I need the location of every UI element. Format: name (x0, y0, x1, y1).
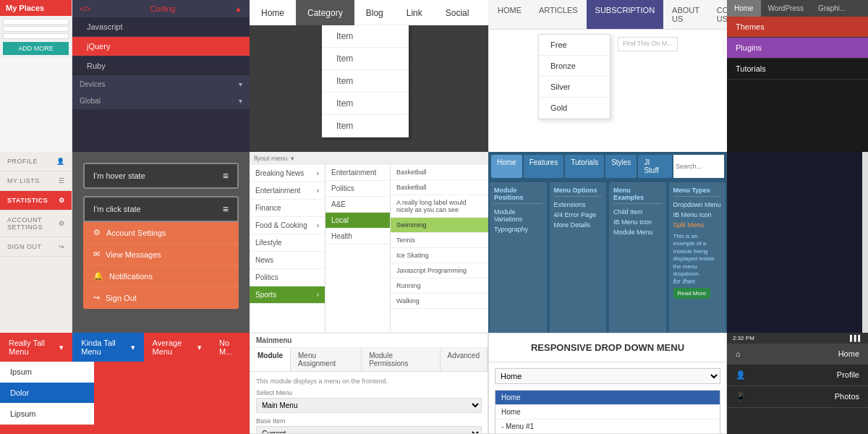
mobile-nav-photos[interactable]: 📱 Photos (727, 386, 868, 408)
tail-nav-average[interactable]: Average Menu (144, 333, 211, 362)
sub-nav-articles[interactable]: ARTICLES (530, 0, 587, 29)
mega-col3-item-swimming[interactable]: Swimming (391, 218, 488, 233)
tail-lipsum[interactable]: Lipsum (0, 404, 94, 425)
mega-col3-item[interactable]: Running (391, 278, 488, 294)
sub-silver[interactable]: Silver (539, 77, 610, 98)
myplaces-add-button[interactable]: ADD MORE (3, 42, 69, 55)
tail-ipsum[interactable]: Ipsum (0, 362, 94, 383)
mega-col3-item[interactable]: Tennis (391, 233, 488, 248)
mega-col2-item[interactable]: A&E (326, 197, 390, 213)
joomla-search-input[interactable] (673, 155, 724, 178)
select-menu-select[interactable]: Main Menu (256, 398, 482, 413)
nav-dropdown-item[interactable]: Item (322, 93, 409, 115)
hover-menu-signout[interactable]: Sign Out (83, 287, 239, 309)
module-tab-assignment[interactable]: Menu Assignment (291, 348, 362, 371)
hover-menu-messages[interactable]: View Messages (83, 244, 239, 265)
profile-item-signout[interactable]: SIGN OUT ↪ (0, 237, 72, 257)
module-tab-module[interactable]: Module (250, 348, 291, 371)
nav-dropdown-item[interactable]: Item (322, 25, 409, 48)
mega-col1-item[interactable]: Lifestyle (250, 234, 325, 252)
resp-select[interactable]: Home (495, 368, 720, 384)
joomla-col2-item[interactable]: 4/4 Error Page (554, 210, 603, 220)
mega-col2-item[interactable]: Entertainment (326, 165, 390, 181)
sub-nav-home[interactable]: HOME (489, 0, 530, 29)
tail-nav-really-tall[interactable]: Really Tall Menu (0, 333, 72, 362)
resp-list-item-menu1[interactable]: - Menu #1 (495, 420, 720, 434)
mega-col3-item[interactable]: Ice Skating (391, 248, 488, 263)
joomla-nav-home[interactable]: Home (491, 155, 522, 178)
mega-col3-item[interactable]: Walking (391, 294, 488, 309)
wp-tutorials[interactable]: Tutorials (727, 59, 868, 80)
mega-col3-item-long[interactable]: A really long label would nicely as you … (391, 195, 488, 218)
joomla-col4-item[interactable]: Dropdown Menu (673, 200, 722, 210)
mega-col1-item[interactable]: Finance (250, 200, 325, 217)
mega-col1-item[interactable]: Politics (250, 269, 325, 286)
joomla-nav-styles[interactable]: Styles (605, 155, 637, 178)
tail-nav-no[interactable]: No M... (210, 333, 250, 362)
mobile-nav-home[interactable]: ⌂ Home (727, 344, 868, 365)
nav-dropdown-item[interactable]: Item (322, 48, 409, 70)
wp-themes[interactable]: Themes (727, 17, 868, 38)
wp-nav-home[interactable]: Home (727, 0, 761, 17)
resp-list-item-home-selected[interactable]: Home (495, 391, 720, 405)
joomla-col3-item[interactable]: Module Menu (613, 227, 662, 237)
mega-col3-item[interactable]: Javascript Programming (391, 263, 488, 278)
mega-col1-item[interactable]: Breaking News (250, 165, 325, 182)
coding-section-global[interactable]: Global (72, 93, 250, 109)
mega-col1-item[interactable]: News (250, 252, 325, 269)
tail-dolor[interactable]: Dolor (0, 383, 94, 404)
coding-section-devices[interactable]: Devices (72, 76, 250, 93)
mega-col2-item[interactable]: Health (326, 229, 390, 244)
nav-item-category[interactable]: Category (296, 0, 354, 25)
hamburger-icon2[interactable]: ≡ (223, 203, 229, 215)
mega-col2-item[interactable]: Politics (326, 181, 390, 197)
joomla-col1-item[interactable]: Typography (494, 224, 542, 234)
nav-item-link[interactable]: Link (395, 0, 434, 25)
mega-col2-item-local[interactable]: Local (326, 213, 390, 229)
coding-header[interactable]: </> Coding ▲ (72, 0, 250, 17)
tail-nav-kinda-tall[interactable]: Kinda Tall Menu (72, 333, 143, 362)
joomla-col4-item[interactable]: Split Menu (673, 220, 722, 230)
joomla-col3-item[interactable]: Child Item (613, 207, 662, 217)
profile-item-profile[interactable]: PROFILE (0, 152, 72, 171)
base-item-select[interactable]: Current (256, 426, 482, 434)
sub-free[interactable]: Free (539, 35, 610, 56)
joomla-col1-item[interactable]: Module Variations (494, 207, 542, 224)
wp-plugins[interactable]: Plugins (727, 38, 868, 59)
coding-item-jquery[interactable]: jQuery (72, 37, 250, 56)
wp-nav-graphi[interactable]: Graphi... (811, 0, 853, 17)
resp-list-item-home[interactable]: Home (495, 405, 720, 420)
mega-col1-item[interactable]: Food & Cooking (250, 217, 325, 234)
hover-menu-settings[interactable]: Account Settings (83, 222, 239, 244)
profile-item-settings[interactable]: ACCOUNT SETTINGS ⚙ (0, 210, 72, 237)
hover-menu-notifications[interactable]: Notifications (83, 265, 239, 287)
nav-item-blog[interactable]: Blog (354, 0, 395, 25)
sub-gold[interactable]: Gold (539, 98, 610, 119)
sub-bronze[interactable]: Bronze (539, 56, 610, 77)
hamburger-icon[interactable]: ≡ (223, 170, 229, 182)
mega-col3-item[interactable]: Basketball (391, 165, 488, 180)
nav-item-home[interactable]: Home (250, 0, 296, 25)
read-more-button[interactable]: Read More (673, 288, 711, 299)
nav-dropdown-item[interactable]: Item (322, 70, 409, 93)
mobile-nav-profile[interactable]: 👤 Profile (727, 365, 868, 386)
joomla-col2-item[interactable]: More Details (554, 220, 603, 230)
joomla-col2-item[interactable]: Extensions (554, 200, 603, 210)
nav-dropdown-item[interactable]: Item (322, 115, 409, 137)
joomla-col3-item[interactable]: IB Menu Icon (613, 217, 662, 227)
profile-item-statistics[interactable]: STATISTICS ⚙ (0, 191, 72, 210)
coding-item-ruby[interactable]: Ruby (72, 56, 250, 76)
wp-nav-wordpress[interactable]: WordPress (761, 0, 811, 17)
sub-nav-subscription[interactable]: SUBSCRIPTION (587, 0, 664, 29)
mega-col1-item[interactable]: Entertainment (250, 182, 325, 200)
sub-nav-about[interactable]: ABOUT US (663, 0, 708, 29)
joomla-nav-jistuff[interactable]: JI Stuff (638, 155, 672, 178)
joomla-nav-tutorials[interactable]: Tutorials (565, 155, 604, 178)
coding-item-javascript[interactable]: Javascript (72, 17, 250, 37)
module-tab-advanced[interactable]: Advanced (441, 348, 488, 371)
mega-col1-item-sports[interactable]: Sports (250, 286, 325, 304)
joomla-col4-item[interactable]: IB Menu Icon (673, 210, 722, 220)
mega-col3-item[interactable]: Basketball (391, 180, 488, 195)
nav-item-social[interactable]: Social (434, 0, 481, 25)
module-tab-permissions[interactable]: Module Permissions (362, 348, 440, 371)
